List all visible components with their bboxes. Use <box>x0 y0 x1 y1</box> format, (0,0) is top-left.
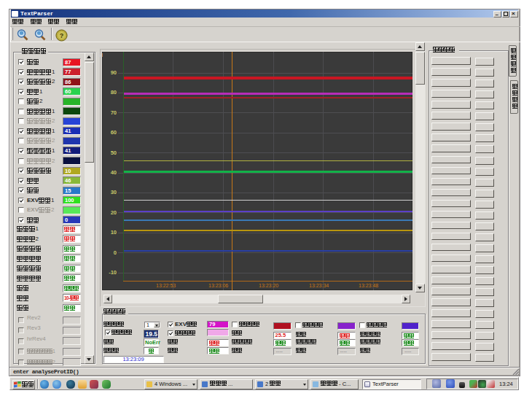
svg-text:?: ? <box>60 32 64 39</box>
